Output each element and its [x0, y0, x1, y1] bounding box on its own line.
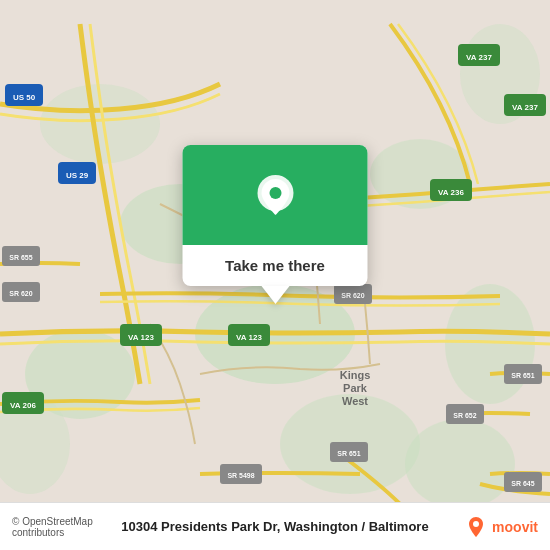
- svg-text:SR 620: SR 620: [341, 292, 364, 299]
- popup-header: [183, 145, 368, 245]
- svg-text:VA 237: VA 237: [512, 103, 538, 112]
- svg-text:SR 651: SR 651: [337, 450, 360, 457]
- svg-text:VA 237: VA 237: [466, 53, 492, 62]
- take-me-there-button[interactable]: Take me there: [183, 245, 368, 286]
- svg-text:SR 5498: SR 5498: [227, 472, 254, 479]
- popup-tail: [261, 286, 289, 304]
- svg-text:SR 652: SR 652: [453, 412, 476, 419]
- location-pin-icon: [251, 171, 299, 219]
- moovit-logo: moovit: [433, 515, 538, 539]
- svg-text:Park: Park: [343, 382, 368, 394]
- svg-text:VA 123: VA 123: [236, 333, 262, 342]
- svg-point-48: [473, 521, 479, 527]
- svg-text:SR 655: SR 655: [9, 254, 32, 261]
- svg-text:Kings: Kings: [340, 369, 371, 381]
- bottom-bar: © OpenStreetMap contributors 10304 Presi…: [0, 502, 550, 550]
- moovit-label: moovit: [492, 519, 538, 535]
- popup-card: Take me there: [183, 145, 368, 286]
- map-container: US 50 US 29 VA 123 VA 123 VA 236 VA 237 …: [0, 0, 550, 550]
- svg-text:SR 651: SR 651: [511, 372, 534, 379]
- moovit-icon: [464, 515, 488, 539]
- address-text: 10304 Presidents Park Dr, Washington / B…: [117, 519, 433, 534]
- svg-text:SR 620: SR 620: [9, 290, 32, 297]
- svg-text:US 50: US 50: [13, 93, 36, 102]
- svg-text:VA 236: VA 236: [438, 188, 464, 197]
- svg-text:SR 645: SR 645: [511, 480, 534, 487]
- svg-text:VA 123: VA 123: [128, 333, 154, 342]
- svg-text:US 29: US 29: [66, 171, 89, 180]
- svg-text:VA 206: VA 206: [10, 401, 36, 410]
- copyright-text: © OpenStreetMap contributors: [12, 516, 117, 538]
- svg-text:West: West: [342, 395, 368, 407]
- svg-point-8: [405, 419, 515, 509]
- svg-point-47: [269, 187, 281, 199]
